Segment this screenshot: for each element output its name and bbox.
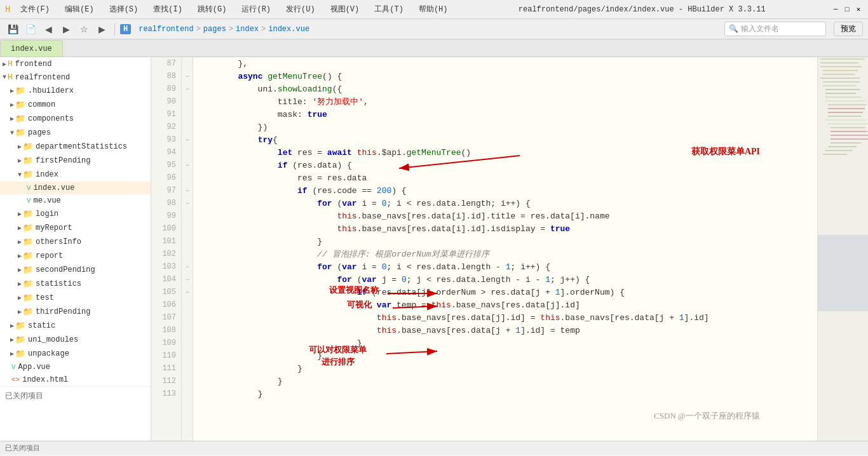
code-line-106[interactable]: var temp = this.base_navs[res.data[j].id… — [198, 298, 817, 311]
sidebar-item-statistics[interactable]: ▶ 📁 statistics — [0, 277, 151, 291]
code-line-95[interactable]: if (res.data) { — [198, 159, 817, 171]
fold-btn-88[interactable]: － — [182, 70, 193, 83]
sidebar-item-uni-modules[interactable]: ▶ 📁 uni_modules — [0, 333, 151, 347]
fold-btn-103[interactable]: － — [182, 260, 193, 273]
sidebar-item-login[interactable]: ▶ 📁 login — [0, 207, 151, 221]
sidebar-item-report[interactable]: ▶ 📁 report — [0, 249, 151, 263]
svg-rect-19 — [828, 108, 865, 109]
menu-select[interactable]: 选择(S) — [104, 3, 144, 16]
code-line-101[interactable]: } — [198, 235, 817, 248]
hbuilder-logo: H — [120, 24, 131, 34]
code-line-105[interactable]: if (res.data[j].orderNum > res.data[j + … — [198, 286, 817, 298]
sidebar-item-static[interactable]: ▶ 📁 static — [0, 319, 151, 333]
code-line-102[interactable]: // 冒泡排序: 根据orderNum对菜单进行排序 — [198, 248, 817, 260]
menu-tools[interactable]: 工具(T) — [369, 3, 409, 16]
code-line-96[interactable]: res = res.data — [198, 171, 817, 184]
minimize-button[interactable]: ─ — [831, 5, 840, 14]
menu-run[interactable]: 运行(R) — [236, 3, 276, 16]
sidebar-item-test[interactable]: ▶ 📁 test — [0, 291, 151, 305]
code-line-103[interactable]: for (var i = 0; i < res.data.length - 1;… — [198, 260, 817, 273]
breadcrumb-root[interactable]: realfrontend — [139, 25, 193, 34]
menu-edit[interactable]: 编辑(E) — [60, 3, 99, 16]
code-line-97[interactable]: if (res.code == 200) { — [198, 184, 817, 197]
code-line-88[interactable]: async getMenuTree() { — [198, 70, 817, 83]
fold-btn-95[interactable]: － — [182, 159, 193, 171]
code-line-108[interactable]: this.base_navs[res.data[j + 1].id] = tem… — [198, 324, 817, 337]
sidebar-item-index-html[interactable]: <> index.html — [0, 373, 151, 386]
close-button[interactable]: ✕ — [854, 5, 863, 14]
tab-index-vue[interactable]: index.vue — [0, 40, 63, 57]
code-line-109[interactable]: } — [198, 337, 817, 349]
code-line-89[interactable]: uni.showLoading({ — [198, 83, 817, 95]
new-file-button[interactable]: 📄 — [23, 22, 38, 37]
sidebar-item-components[interactable]: ▶ 📁 components — [0, 112, 151, 126]
code-line-92[interactable]: }) — [198, 121, 817, 133]
code-line-87[interactable]: }, — [198, 57, 817, 70]
sidebar-item-frontend[interactable]: ▶ H frontend — [0, 57, 151, 70]
fold-btn-93[interactable]: － — [182, 133, 193, 146]
fold-btn-113 — [182, 387, 193, 400]
menu-file[interactable]: 文件(F) — [15, 3, 55, 16]
code-line-112[interactable]: } — [198, 375, 817, 387]
sidebar-item-second-pending[interactable]: ▶ 📁 secondPending — [0, 263, 151, 277]
sidebar-item-unpackage[interactable]: ▶ 📁 unpackage — [0, 347, 151, 361]
sidebar-item-my-report[interactable]: ▶ 📁 myReport — [0, 221, 151, 235]
breadcrumb-file[interactable]: index.vue — [268, 25, 309, 34]
sidebar-item-third-pending[interactable]: ▶ 📁 thirdPending — [0, 305, 151, 319]
code-line-90[interactable]: title: '努力加载中', — [198, 95, 817, 108]
back-button[interactable]: ◀ — [41, 22, 56, 37]
breadcrumb-index[interactable]: index — [236, 25, 259, 34]
folder-icon: 📁 — [23, 307, 33, 317]
forward-button[interactable]: ▶ — [58, 22, 74, 37]
code-line-113[interactable]: } — [198, 387, 817, 400]
svg-rect-23 — [828, 123, 868, 124]
sidebar-item-common[interactable]: ▶ 📁 common — [0, 98, 151, 112]
run-button[interactable]: ▶ — [94, 22, 109, 37]
menu-help[interactable]: 帮助(H) — [414, 3, 453, 16]
breadcrumb-pages[interactable]: pages — [203, 25, 226, 34]
fold-btn-89[interactable]: － — [182, 83, 193, 95]
bookmark-button[interactable]: ☆ — [76, 22, 92, 37]
code-line-110[interactable]: } — [198, 349, 817, 362]
maximize-button[interactable]: □ — [843, 5, 851, 14]
code-line-104[interactable]: for (var j = 0; j < res.data.length - i … — [198, 273, 817, 286]
menu-view[interactable]: 视图(V) — [325, 3, 365, 16]
file-search-box[interactable]: 🔍 输入文件名 — [724, 22, 826, 36]
fold-btn-104[interactable]: － — [182, 273, 193, 286]
sidebar-label: .hbuilderx — [28, 86, 74, 95]
code-line-111[interactable]: } — [198, 362, 817, 375]
line-num-112: 112 — [151, 375, 181, 387]
code-line-107[interactable]: this.base_navs[res.data[j].id] = this.ba… — [198, 311, 817, 324]
sidebar-item-others-info[interactable]: ▶ 📁 othersInfo — [0, 235, 151, 249]
sidebar-bottom-closed[interactable]: 已关闭项目 — [0, 386, 151, 405]
sidebar-item-hbuilderx[interactable]: ▶ 📁 .hbuilderx — [0, 84, 151, 98]
sidebar-item-pages[interactable]: ▼ 📁 pages — [0, 126, 151, 140]
code-line-100[interactable]: this.base_navs[res.data[i].id].isdisplay… — [198, 222, 817, 235]
code-line-98[interactable]: for (var i = 0; i < res.data.length; i++… — [198, 197, 817, 210]
code-line-94[interactable]: let res = await this.$api.getMenuTree() — [198, 146, 817, 159]
svg-rect-15 — [825, 93, 856, 94]
code-line-93[interactable]: try{ — [198, 133, 817, 146]
line-num-100: 100 — [151, 222, 181, 235]
sidebar-item-index[interactable]: ▼ 📁 index — [0, 168, 151, 182]
sidebar-item-realfrontend[interactable]: ▼ H realfrontend — [0, 70, 151, 84]
preview-button[interactable]: 预览 — [834, 22, 863, 36]
code-line-91[interactable]: mask: true — [198, 108, 817, 121]
line-num-94: 94 — [151, 146, 181, 159]
fold-btn-97[interactable]: － — [182, 184, 193, 197]
save-button[interactable]: 💾 — [5, 22, 20, 37]
menu-publish[interactable]: 发行(U) — [281, 3, 320, 16]
fold-btn-98[interactable]: － — [182, 197, 193, 210]
menu-jump[interactable]: 跳转(G) — [193, 3, 232, 16]
fold-btn-105[interactable]: － — [182, 286, 193, 298]
code-line-99[interactable]: this.base_navs[res.data[i].id].title = r… — [198, 210, 817, 222]
sidebar-item-me-vue[interactable]: V me.vue — [0, 194, 151, 207]
line-num-98: 98 — [151, 197, 181, 210]
sidebar-label: me.vue — [34, 196, 61, 205]
sidebar-label: departmentStatistics — [36, 142, 127, 151]
menu-find[interactable]: 查找(I) — [148, 3, 187, 16]
sidebar-item-app-vue[interactable]: V App.vue — [0, 361, 151, 373]
sidebar-item-index-vue[interactable]: V index.vue — [0, 182, 151, 194]
sidebar-item-first-pending[interactable]: ▶ 📁 firstPending — [0, 154, 151, 168]
sidebar-item-department-statistics[interactable]: ▶ 📁 departmentStatistics — [0, 140, 151, 154]
